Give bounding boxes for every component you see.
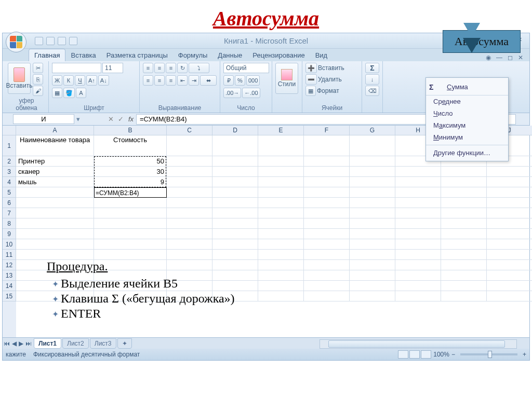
italic-button[interactable]: К bbox=[63, 75, 74, 86]
menu-sum[interactable]: Сумма bbox=[440, 81, 508, 93]
col-header[interactable]: B bbox=[94, 126, 167, 135]
tab-nav-prev[interactable]: ◀ bbox=[11, 340, 18, 347]
align-left-button[interactable]: ≡ bbox=[143, 75, 153, 86]
enter-formula-icon[interactable]: ✓ bbox=[116, 115, 126, 123]
name-box[interactable]: И bbox=[13, 114, 74, 124]
col-header[interactable]: A bbox=[16, 126, 94, 135]
bold-button[interactable]: Ж bbox=[52, 75, 62, 86]
doc-restore-button[interactable]: ◻ bbox=[508, 54, 513, 61]
qat-more-icon[interactable] bbox=[69, 37, 77, 45]
row-header[interactable]: 5 bbox=[3, 187, 16, 198]
row-header[interactable]: 2 bbox=[3, 156, 16, 167]
row-header[interactable]: 15 bbox=[3, 291, 16, 301]
menu-more-functions[interactable]: Другие функции… bbox=[426, 147, 508, 159]
font-increase-button[interactable]: A↑ bbox=[86, 75, 97, 86]
menu-min[interactable]: Минимум bbox=[426, 131, 508, 143]
row-header[interactable]: 1 bbox=[3, 135, 16, 156]
cell[interactable]: Принтер bbox=[16, 156, 94, 167]
row-header[interactable]: 3 bbox=[3, 167, 16, 177]
tab-view[interactable]: Вид bbox=[310, 49, 333, 61]
cell[interactable]: сканер bbox=[16, 167, 94, 177]
number-format-combo[interactable]: Общий bbox=[223, 63, 269, 73]
col-header[interactable]: E bbox=[258, 126, 304, 135]
tab-data[interactable]: Данные bbox=[212, 49, 247, 61]
col-header[interactable]: C bbox=[167, 126, 212, 135]
row-header[interactable]: 13 bbox=[3, 270, 16, 281]
tab-page-layout[interactable]: Разметка страницы bbox=[101, 49, 173, 61]
autosum-button[interactable]: Σ bbox=[365, 63, 379, 73]
tab-nav-last[interactable]: ⏭ bbox=[24, 340, 33, 347]
indent-increase-button[interactable]: ⇥ bbox=[189, 75, 199, 86]
menu-average[interactable]: Среднее bbox=[426, 95, 508, 107]
fx-button[interactable]: fx bbox=[126, 115, 136, 123]
cell[interactable]: 9 bbox=[94, 177, 167, 187]
align-bottom-button[interactable]: ≡ bbox=[166, 63, 176, 73]
menu-count[interactable]: Число bbox=[426, 107, 508, 119]
align-center-button[interactable]: ≡ bbox=[154, 75, 165, 86]
zoom-slider[interactable] bbox=[460, 353, 517, 355]
cell[interactable] bbox=[258, 135, 304, 156]
tab-insert[interactable]: Вставка bbox=[65, 49, 101, 61]
row-header[interactable]: 10 bbox=[3, 239, 16, 250]
align-right-button[interactable]: ≡ bbox=[166, 75, 176, 86]
comma-button[interactable]: 000 bbox=[246, 75, 260, 86]
merge-button[interactable]: ⬌ bbox=[200, 75, 217, 86]
copy-button[interactable]: ⎘ bbox=[33, 74, 43, 85]
select-all-corner[interactable] bbox=[3, 126, 16, 135]
cancel-formula-icon[interactable]: ✕ bbox=[106, 115, 116, 123]
format-painter-button[interactable]: 🖌 bbox=[33, 86, 43, 96]
insert-cells-button[interactable]: Вставить bbox=[318, 64, 344, 72]
doc-minimize-button[interactable]: — bbox=[496, 54, 502, 61]
cut-button[interactable]: ✂ bbox=[33, 63, 43, 73]
cell[interactable]: Стоимость bbox=[94, 135, 167, 156]
font-name-combo[interactable] bbox=[52, 63, 101, 73]
col-header[interactable]: G bbox=[350, 126, 395, 135]
row-header[interactable]: 9 bbox=[3, 229, 16, 239]
qat-undo-icon[interactable] bbox=[46, 37, 55, 45]
row-header[interactable]: 7 bbox=[3, 208, 16, 218]
cell[interactable]: мышь bbox=[16, 177, 94, 187]
font-decrease-button[interactable]: A↓ bbox=[98, 75, 109, 86]
border-button[interactable]: ▦ bbox=[52, 88, 62, 98]
font-color-button[interactable]: A bbox=[76, 88, 86, 98]
clear-button[interactable]: ⌫ bbox=[365, 86, 379, 96]
col-header[interactable]: D bbox=[212, 126, 258, 135]
view-page-layout-button[interactable] bbox=[409, 350, 420, 359]
paste-button[interactable]: Вставить bbox=[8, 63, 31, 94]
styles-button[interactable]: Стили bbox=[275, 63, 298, 94]
name-box-dropdown-icon[interactable]: ▾ bbox=[76, 115, 80, 123]
tab-home[interactable]: Главная bbox=[29, 49, 65, 61]
col-header[interactable]: F bbox=[304, 126, 350, 135]
percent-button[interactable]: % bbox=[235, 75, 245, 86]
row-header[interactable]: 14 bbox=[3, 281, 16, 291]
new-sheet-tab[interactable]: ✦ bbox=[117, 338, 132, 349]
zoom-in-button[interactable]: + bbox=[523, 351, 526, 358]
sheet-tab[interactable]: Лист1 bbox=[34, 338, 61, 349]
menu-max[interactable]: Максимум bbox=[426, 119, 508, 131]
format-cells-button[interactable]: Формат bbox=[317, 87, 339, 94]
cell[interactable] bbox=[167, 156, 212, 167]
fill-button[interactable]: ↓ bbox=[365, 74, 379, 85]
cell[interactable]: Наименование товара bbox=[16, 135, 94, 156]
cell[interactable] bbox=[350, 135, 395, 156]
tab-formulas[interactable]: Формулы bbox=[173, 49, 213, 61]
cell-editing[interactable]: =СУММ(B2:B4) bbox=[94, 187, 167, 198]
align-top-button[interactable]: ≡ bbox=[143, 63, 153, 73]
sheet-tab[interactable]: Лист2 bbox=[62, 338, 89, 349]
office-button[interactable] bbox=[6, 32, 26, 52]
cell[interactable]: 50 bbox=[94, 156, 167, 167]
sheet-tab[interactable]: Лист3 bbox=[90, 338, 116, 349]
row-header[interactable]: 4 bbox=[3, 177, 16, 187]
tab-review[interactable]: Рецензирование bbox=[247, 49, 310, 61]
cell-delete-icon[interactable]: ➖ bbox=[305, 74, 317, 85]
wrap-text-button[interactable]: ⤵ bbox=[189, 63, 209, 73]
row-header[interactable]: 8 bbox=[3, 218, 16, 229]
tab-nav-first[interactable]: ⏮ bbox=[3, 340, 11, 347]
delete-cells-button[interactable]: Удалить bbox=[318, 76, 342, 83]
decrease-decimal-button[interactable]: ←.00 bbox=[242, 88, 260, 98]
tab-nav-next[interactable]: ▶ bbox=[18, 340, 24, 347]
align-middle-button[interactable]: ≡ bbox=[154, 63, 165, 73]
cell[interactable] bbox=[16, 187, 94, 198]
orientation-button[interactable]: ↻ bbox=[177, 63, 188, 73]
horizontal-scrollbar[interactable] bbox=[320, 339, 517, 349]
